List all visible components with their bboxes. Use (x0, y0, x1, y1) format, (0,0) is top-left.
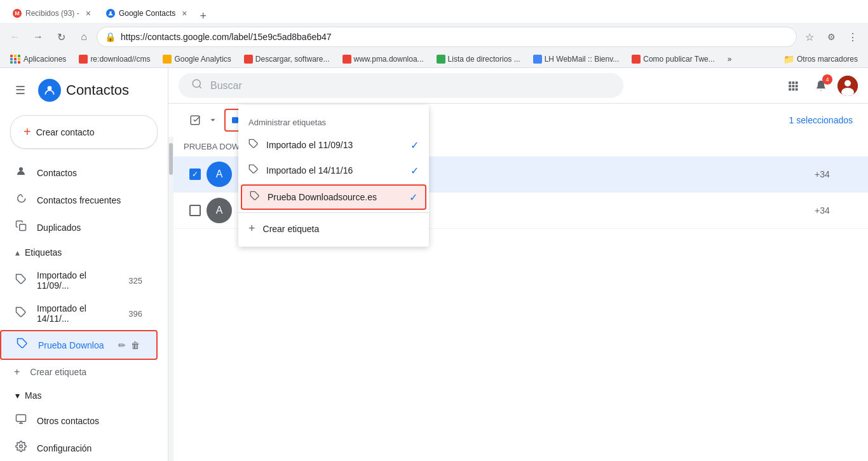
contact-phone-2: +34 (815, 205, 853, 216)
home-button[interactable]: ⌂ (74, 27, 94, 47)
extensions-button[interactable]: ⚙ (821, 27, 841, 47)
bookmark-lista[interactable]: Lista de directorios ... (431, 53, 526, 65)
new-tab-button[interactable]: + (194, 10, 212, 23)
contact-avatar-2: A (207, 198, 232, 223)
bookmark-analytics-label: Google Analytics (174, 55, 231, 64)
search-wrap[interactable] (179, 73, 623, 98)
contact-phone-1: +34 (815, 169, 853, 179)
labels-dropdown: Administrar etiquetas Importado el 11/09… (238, 105, 429, 247)
dropdown-create-label[interactable]: + Crear etiqueta (238, 216, 429, 242)
refresh-button[interactable]: ↻ (51, 27, 71, 47)
bookmark-analytics[interactable]: Google Analytics (158, 53, 236, 65)
svg-rect-3 (20, 224, 26, 231)
sidebar-more-section[interactable]: ▾ Mas (0, 384, 168, 407)
svg-rect-17 (792, 88, 795, 90)
search-icon (191, 78, 203, 93)
select-dropdown-button[interactable] (207, 109, 219, 132)
select-all-button[interactable] (184, 109, 207, 132)
settings-icon (15, 441, 27, 455)
create-contact-label: Crear contacto (36, 127, 95, 137)
label-tag-icon-2 (15, 306, 27, 321)
sidebar-duplicates-label: Duplicados (37, 223, 81, 233)
lock-icon: 🔒 (105, 32, 116, 42)
sidebar-item-other-contacts[interactable]: Otros contactos (0, 407, 158, 434)
svg-rect-16 (789, 88, 791, 90)
sidebar-title: Contactos (66, 82, 129, 99)
sidebar-label2-text: Importado el 14/11/... (37, 303, 118, 324)
create-label-text: Crear etiqueta (30, 367, 86, 377)
bookmark-button[interactable]: ☆ (799, 27, 820, 47)
dropdown-label-icon-1 (248, 139, 259, 151)
svg-rect-15 (796, 85, 798, 87)
checkbox-1[interactable] (189, 169, 201, 180)
contact-checkbox-2[interactable] (184, 205, 207, 216)
contacts-tab-close[interactable]: × (182, 8, 187, 18)
sidebar-create-label[interactable]: + Crear etiqueta (0, 360, 168, 384)
nav-actions: ☆ ⚙ ⋮ (799, 27, 863, 47)
search-input[interactable] (210, 80, 611, 92)
delete-label-button[interactable]: 🗑 (130, 339, 141, 352)
bookmark-cms[interactable]: re:download//cms (74, 53, 155, 65)
bookmarks-other-folder[interactable]: 📁 Otros marcadores (778, 53, 863, 65)
sidebar-label-importado1[interactable]: Importado el 11/09/... 325 (0, 264, 158, 297)
apps-grid-button[interactable] (782, 74, 804, 97)
sidebar-contacts-label: Contactos (37, 168, 77, 178)
sidebar-item-contacts[interactable]: Contactos (0, 159, 158, 186)
navigation-bar: ← → ↻ ⌂ 🔒 https://contacts.google.com/la… (0, 23, 868, 51)
gmail-tab[interactable]: M Recibidos (93) - × (5, 4, 98, 23)
sidebar-item-settings[interactable]: Configuración (0, 434, 158, 461)
browser-menu-button[interactable]: ⋮ (843, 27, 863, 47)
sidebar-label-prueba[interactable]: Prueba Downloa ✏ 🗑 (0, 330, 158, 360)
edit-label-button[interactable]: ✏ (117, 339, 127, 352)
sidebar-item-duplicates[interactable]: Duplicados (0, 214, 158, 241)
sidebar-frequent-label: Contactos frecuentes (37, 195, 121, 205)
avatar-initial-1: A (216, 169, 223, 180)
forward-button[interactable]: → (28, 27, 48, 47)
svg-point-7 (20, 445, 23, 448)
sidebar-label1-count: 325 (128, 276, 142, 286)
svg-rect-12 (796, 81, 798, 84)
notification-badge-count: 4 (822, 74, 832, 85)
gmail-tab-close[interactable]: × (86, 8, 91, 18)
dropdown-item-label2[interactable]: Importado el 14/11/16 ✓ (238, 158, 429, 183)
sidebar-item-frequent[interactable]: Contactos frecuentes (0, 186, 158, 214)
bookmark-aplicaciones[interactable]: Aplicaciones (5, 53, 71, 65)
more-section-label: Mas (25, 390, 41, 401)
address-bar[interactable]: 🔒 https://contacts.google.com/label/15e9… (97, 27, 797, 47)
bookmark-twitter[interactable]: Como publicar Twe... (627, 53, 720, 65)
scroll-thumb (169, 143, 173, 175)
bookmark-webmail[interactable]: LH WebMail :: Bienv... (528, 53, 625, 65)
labels-section-header[interactable]: ▴ Etiquetas (0, 241, 168, 264)
svg-line-9 (199, 86, 201, 88)
bookmark-descargar[interactable]: Descargar, software... (239, 53, 335, 65)
avatar-initial-2: A (216, 205, 223, 216)
bookmark-pma[interactable]: www.pma.downloa... (337, 53, 429, 65)
notification-button[interactable]: 4 (810, 74, 832, 97)
bookmark-more[interactable]: » (722, 53, 737, 65)
bookmark-webmail-label: LH WebMail :: Bienv... (545, 55, 620, 64)
sidebar: ☰ Contactos + Crear contacto Contactos (0, 68, 168, 461)
dropdown-item-label1[interactable]: Importado el 11/09/13 ✓ (238, 132, 429, 158)
user-avatar[interactable] (837, 76, 858, 96)
contact-checkbox-1[interactable] (184, 169, 207, 180)
dropdown-header: Administrar etiquetas (238, 110, 429, 132)
svg-point-8 (193, 79, 200, 87)
tabs-bar: M Recibidos (93) - × Google Contacts × + (0, 0, 868, 23)
svg-rect-18 (796, 88, 798, 90)
back-button[interactable]: ← (5, 27, 25, 47)
contacts-tab[interactable]: Google Contacts × (98, 4, 195, 23)
copy-icon (15, 220, 27, 235)
sidebar-label2-count: 396 (128, 309, 142, 319)
sidebar-logo: Contactos (38, 79, 129, 102)
sidebar-menu-button[interactable]: ☰ (10, 78, 31, 102)
checkbox-2[interactable] (189, 205, 201, 216)
toolbar-right: 1 seleccionados (789, 115, 853, 125)
bookmark-aplicaciones-label: Aplicaciones (24, 55, 66, 64)
svg-point-1 (48, 86, 52, 90)
dropdown-plus-icon: + (248, 222, 255, 235)
settings-label: Configuración (37, 443, 92, 453)
dropdown-item-label3[interactable]: Prueba Downloadsource.es ✓ (241, 184, 426, 210)
sidebar-label-importado2[interactable]: Importado el 14/11/... 396 (0, 297, 158, 330)
label-tag-icon-active (17, 338, 28, 352)
create-contact-button[interactable]: + Crear contacto (10, 115, 158, 149)
